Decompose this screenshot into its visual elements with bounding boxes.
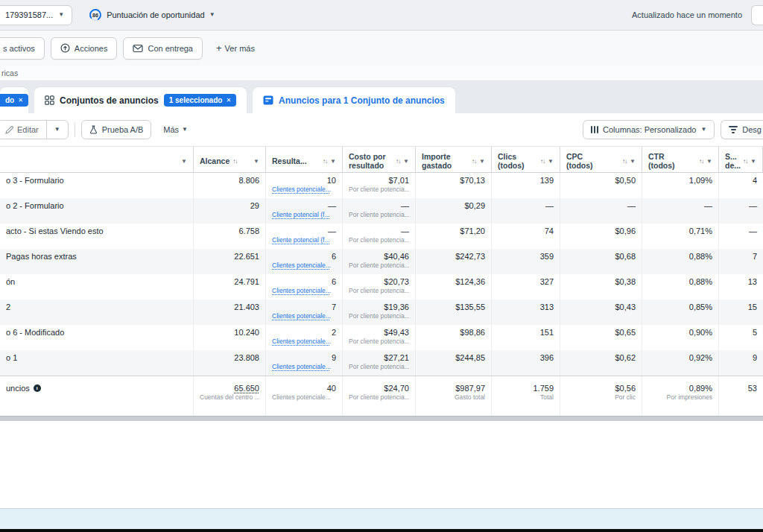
totals-label: uncios	[6, 384, 30, 393]
header-alcance[interactable]: Alcance ↑↓ ▼	[194, 147, 266, 172]
tab-anuncios[interactable]: Anuncios para 1 Conjunto de anuncios	[253, 87, 455, 113]
editar-button[interactable]: Editar	[0, 121, 46, 139]
result-type-link[interactable]: Cliente potencial (f...	[272, 211, 336, 219]
editar-split-button[interactable]: Editar ▼	[0, 120, 69, 139]
cropped-right-button[interactable]	[751, 5, 763, 25]
table-row[interactable]: acto - Si estas Viendo esto 6.758 —Clien…	[0, 224, 763, 249]
chevron-down-icon[interactable]: ▼	[403, 158, 409, 165]
header-costo[interactable]: Costo por resultado ↑↓ ▼	[343, 147, 416, 172]
score-gauge-icon: 86	[89, 8, 102, 22]
columnas-button[interactable]: Columnas: Personalizado ▼	[583, 120, 715, 139]
empty-area	[0, 421, 763, 508]
header-cpc[interactable]: CPC (todos) ↑↓ ▼	[560, 147, 642, 172]
header-s[interactable]: S...de... ↑↓ ▼	[719, 147, 763, 172]
ads-manager-screen: 179391587... ▼ 86 Puntuación de oportuni…	[0, 0, 763, 532]
chevron-down-icon[interactable]: ▼	[181, 158, 187, 165]
result-type-link[interactable]: Cliente potencial (f...	[272, 236, 336, 244]
chevron-down-icon[interactable]: ▼	[253, 158, 259, 165]
table-row[interactable]: ón 24.791 6Clientes potenciale... $20,73…	[0, 274, 763, 300]
desglose-button[interactable]: Desg	[721, 120, 763, 139]
chevron-down-icon[interactable]: ▼	[750, 158, 756, 165]
pencil-icon	[5, 126, 13, 134]
bottom-divider	[0, 416, 763, 421]
info-icon[interactable]: i	[34, 384, 41, 392]
toolbar-divider	[75, 122, 75, 137]
sort-icon[interactable]: ↑↓	[232, 158, 237, 165]
tab-campanas[interactable]: do ✕	[0, 87, 28, 113]
chevron-down-icon[interactable]: ▼	[479, 158, 485, 165]
table-row[interactable]: o 1 23.808 9Clientes potenciale... $27,2…	[0, 350, 763, 376]
svg-text:86: 86	[92, 13, 98, 18]
sort-icon[interactable]: ↑↓	[622, 158, 627, 165]
account-id: 179391587...	[5, 10, 53, 19]
header-ctr[interactable]: CTR (todos) ↑↓ ▼	[642, 147, 719, 172]
flask-icon	[89, 125, 98, 134]
chevron-down-icon[interactable]: ▼	[330, 158, 336, 165]
result-type-link[interactable]: Clientes potenciale...	[272, 312, 336, 320]
level-tabs: do ✕ Conjuntos de anuncios 1 seleccionad…	[0, 81, 763, 113]
adset-selected-badge[interactable]: 1 seleccionado ✕	[164, 94, 236, 107]
filter-activos-button[interactable]: s activos	[0, 37, 45, 60]
result-type-link[interactable]: Clientes potenciale...	[272, 287, 336, 295]
sort-icon[interactable]: ↑↓	[743, 158, 747, 165]
table-row[interactable]: Pagas horas extras 22.651 6Clientes pote…	[0, 249, 763, 274]
table-totals-row: uncios i 65.650Cuentas del centro ... 40…	[0, 376, 763, 416]
metrics-strip-label: ricas	[0, 69, 18, 77]
chevron-down-icon[interactable]: ▼	[548, 158, 554, 165]
header-importe[interactable]: Importe gastado ↑↓ ▼	[416, 147, 492, 172]
sort-icon[interactable]: ↑↓	[699, 158, 703, 165]
account-dropdown[interactable]: 179391587... ▼	[0, 5, 72, 25]
prueba-ab-button[interactable]: Prueba A/B	[81, 120, 152, 139]
screen-edge	[0, 529, 763, 532]
table-toolbar: Editar ▼ Prueba A/B Más ▼ Columnas: Pers…	[0, 113, 763, 146]
chevron-down-icon[interactable]: ▼	[706, 158, 712, 165]
header-resultados[interactable]: Resulta... ↑↓ ▼	[266, 147, 343, 172]
close-icon[interactable]: ✕	[18, 97, 23, 104]
top-bar: 179391587... ▼ 86 Puntuación de oportuni…	[0, 0, 763, 31]
header-clics[interactable]: Clics (todos) ↑↓ ▼	[492, 147, 560, 172]
table-row[interactable]: o 3 - Formulario 8.806 10Clientes potenc…	[0, 173, 763, 198]
sort-icon[interactable]: ↑↓	[323, 158, 327, 165]
updated-status: Actualizado hace un momento	[632, 10, 742, 19]
sort-icon[interactable]: ↑↓	[540, 158, 545, 165]
chevron-down-icon: ▼	[182, 127, 188, 133]
close-icon[interactable]: ✕	[226, 97, 231, 104]
result-type-link[interactable]: Clientes potenciale...	[272, 338, 336, 346]
table-row[interactable]: o 6 - Modificado 10.240 2Clientes potenc…	[0, 325, 763, 350]
plus-icon: +	[216, 42, 222, 54]
table-header-row: ▼ Alcance ↑↓ ▼ Resulta... ↑↓ ▼ Costo por…	[0, 146, 763, 173]
adsets-grid-icon	[45, 95, 54, 105]
result-type-link[interactable]: Clientes potenciale...	[272, 262, 336, 270]
ads-icon	[263, 95, 273, 105]
envelope-icon	[133, 44, 143, 53]
toolbar-right: Columnas: Personalizado ▼ Desg	[583, 120, 763, 139]
boost-icon	[60, 43, 70, 53]
result-type-link[interactable]: Clientes potenciale...	[272, 363, 336, 371]
tab-conjuntos-de-anuncios[interactable]: Conjuntos de anuncios 1 seleccionado ✕	[34, 87, 247, 113]
chevron-down-icon: ▼	[700, 127, 706, 133]
sort-icon[interactable]: ↑↓	[396, 158, 400, 165]
table-row[interactable]: o 2 - Formulario 29 —Cliente potencial (…	[0, 198, 763, 224]
chevron-down-icon: ▼	[54, 127, 60, 133]
mas-button[interactable]: Más ▼	[156, 125, 195, 134]
bottom-status-bar	[0, 508, 763, 529]
metrics-strip: ricas	[0, 66, 763, 81]
breakdown-icon	[729, 126, 738, 134]
opportunity-score[interactable]: 86 Puntuación de oportunidad ▼	[89, 8, 215, 22]
filter-acciones-button[interactable]: Acciones	[51, 37, 118, 60]
table-row[interactable]: 2 21.403 7Clientes potenciale... $19,36P…	[0, 300, 763, 325]
ver-mas-button[interactable]: + Ver más	[209, 42, 262, 54]
columns-icon	[591, 126, 599, 133]
filter-con-entrega-button[interactable]: Con entrega	[123, 37, 203, 60]
editar-caret-button[interactable]: ▼	[46, 121, 68, 139]
opportunity-score-label: Puntuación de oportunidad	[107, 10, 205, 19]
ads-table: ▼ Alcance ↑↓ ▼ Resulta... ↑↓ ▼ Costo por…	[0, 146, 763, 416]
campaign-selected-badge[interactable]: do ✕	[0, 94, 28, 107]
chevron-down-icon: ▼	[58, 12, 64, 18]
header-name[interactable]: ▼	[0, 147, 194, 172]
filter-bar: s activos Acciones Con entrega + Ver m	[0, 31, 763, 66]
chevron-down-icon[interactable]: ▼	[630, 158, 636, 165]
chevron-down-icon: ▼	[209, 12, 215, 18]
sort-icon[interactable]: ↑↓	[472, 158, 476, 165]
result-type-link[interactable]: Clientes potenciale...	[272, 186, 336, 194]
